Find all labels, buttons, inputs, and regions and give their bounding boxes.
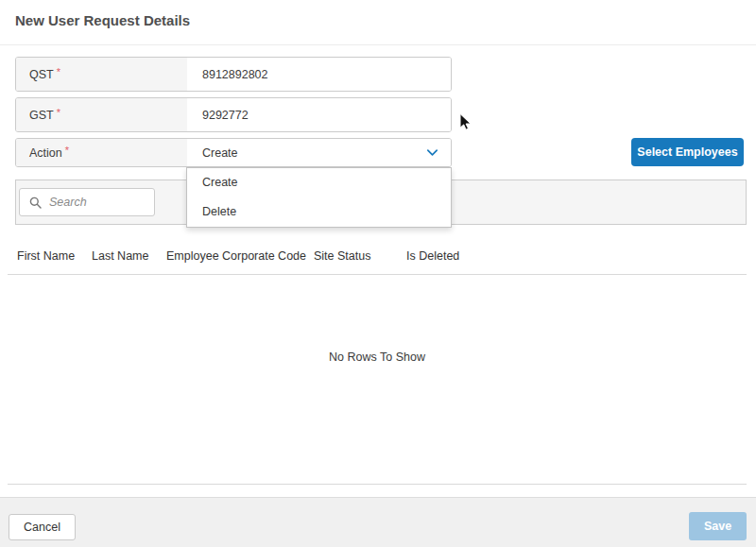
action-select[interactable]: Create bbox=[187, 139, 451, 166]
column-header-first-name[interactable]: First Name bbox=[17, 249, 92, 263]
chevron-down-icon bbox=[425, 145, 439, 160]
action-label-text: Action bbox=[29, 146, 62, 160]
search-box[interactable] bbox=[19, 188, 155, 216]
gst-required-marker: * bbox=[57, 107, 60, 118]
mouse-cursor bbox=[459, 113, 472, 136]
table-header-row: First Name Last Name Employee Corporate … bbox=[17, 238, 747, 274]
action-required-marker: * bbox=[65, 145, 69, 156]
gst-input[interactable]: 9292772 bbox=[187, 98, 451, 131]
action-label: Action* bbox=[16, 139, 187, 166]
field-row-gst: GST* 9292772 bbox=[15, 97, 452, 132]
column-header-last-name[interactable]: Last Name bbox=[92, 249, 166, 263]
page-title: New User Request Details bbox=[15, 12, 190, 28]
qst-label: QST* bbox=[16, 58, 187, 91]
column-header-is-deleted[interactable]: Is Deleted bbox=[406, 249, 747, 263]
dropdown-option-create[interactable]: Create bbox=[187, 168, 451, 197]
action-select-value: Create bbox=[202, 146, 238, 160]
search-input[interactable] bbox=[49, 196, 144, 209]
search-icon bbox=[29, 197, 42, 209]
table-header-divider bbox=[8, 274, 747, 275]
table-empty-message: No Rows To Show bbox=[8, 350, 747, 364]
field-row-action: Action* Create bbox=[15, 138, 452, 167]
field-row-qst: QST* 8912892802 bbox=[15, 57, 452, 92]
qst-input[interactable]: 8912892802 bbox=[187, 58, 451, 91]
save-button[interactable]: Save bbox=[689, 512, 747, 540]
column-header-site-status[interactable]: Site Status bbox=[314, 249, 406, 263]
dropdown-option-delete[interactable]: Delete bbox=[187, 197, 451, 227]
qst-required-marker: * bbox=[57, 66, 60, 77]
table-bottom-divider bbox=[8, 484, 747, 485]
gst-label: GST* bbox=[16, 98, 187, 131]
select-employees-button[interactable]: Select Employees bbox=[631, 138, 744, 166]
footer-bar: Cancel Save bbox=[0, 497, 756, 547]
title-divider bbox=[0, 44, 756, 45]
cancel-button[interactable]: Cancel bbox=[9, 514, 76, 540]
action-dropdown-menu: Create Delete bbox=[186, 167, 452, 228]
gst-label-text: GST bbox=[29, 109, 54, 122]
column-header-employee-corporate-code[interactable]: Employee Corporate Code bbox=[166, 249, 314, 263]
new-user-request-page: New User Request Details QST* 8912892802… bbox=[0, 0, 756, 547]
qst-label-text: QST bbox=[29, 68, 54, 81]
